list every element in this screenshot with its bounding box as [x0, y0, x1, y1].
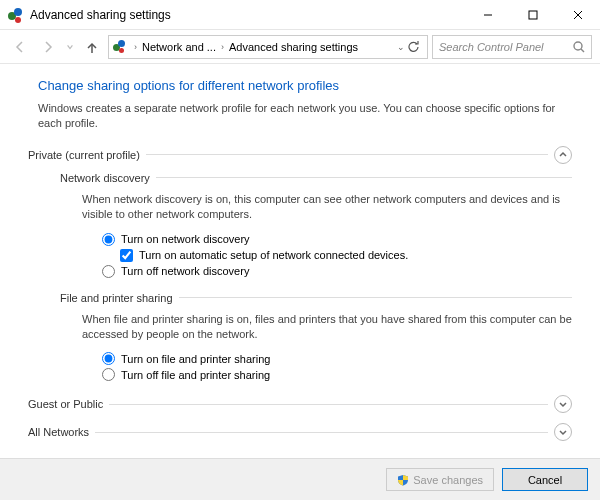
chevron-up-icon[interactable] — [554, 146, 572, 164]
radio-input[interactable] — [102, 352, 115, 365]
maximize-button[interactable] — [510, 0, 555, 30]
navbar: › Network and ... › Advanced sharing set… — [0, 30, 600, 64]
titlebar: Advanced sharing settings — [0, 0, 600, 30]
breadcrumb[interactable]: › Network and ... › Advanced sharing set… — [108, 35, 428, 59]
section-allnetworks-header[interactable]: All Networks — [28, 423, 572, 441]
svg-point-5 — [574, 42, 582, 50]
search-input[interactable]: Search Control Panel — [432, 35, 592, 59]
radio-file-printer-on[interactable]: Turn on file and printer sharing — [102, 352, 572, 365]
search-icon — [573, 41, 585, 53]
save-changes-button[interactable]: Save changes — [386, 468, 494, 491]
checkbox-label: Turn on automatic setup of network conne… — [139, 249, 408, 261]
network-discovery-desc: When network discovery is on, this compu… — [82, 192, 572, 223]
divider — [156, 177, 572, 178]
radio-network-discovery-off[interactable]: Turn off network discovery — [102, 265, 572, 278]
svg-rect-1 — [529, 11, 537, 19]
radio-network-discovery-on[interactable]: Turn on network discovery — [102, 233, 572, 246]
breadcrumb-segment[interactable]: Advanced sharing settings — [227, 41, 360, 53]
chevron-right-icon[interactable]: › — [131, 42, 140, 52]
recent-dropdown[interactable] — [64, 35, 76, 59]
section-private-body: Network discovery When network discovery… — [60, 172, 572, 382]
radio-input[interactable] — [102, 368, 115, 381]
refresh-group: ⌄ — [391, 40, 423, 54]
checkbox-auto-setup[interactable]: Turn on automatic setup of network conne… — [120, 249, 572, 262]
up-button[interactable] — [80, 35, 104, 59]
close-button[interactable] — [555, 0, 600, 30]
cancel-button[interactable]: Cancel — [502, 468, 588, 491]
footer: Save changes Cancel — [0, 458, 600, 500]
section-label: Guest or Public — [28, 398, 103, 410]
radio-label: Turn off file and printer sharing — [121, 369, 270, 381]
checkbox-input[interactable] — [120, 249, 133, 262]
chevron-right-icon[interactable]: › — [218, 42, 227, 52]
radio-label: Turn off network discovery — [121, 265, 249, 277]
divider — [179, 297, 572, 298]
minimize-button[interactable] — [465, 0, 510, 30]
divider — [95, 432, 548, 433]
radio-file-printer-off[interactable]: Turn off file and printer sharing — [102, 368, 572, 381]
back-button[interactable] — [8, 35, 32, 59]
button-label: Cancel — [528, 474, 562, 486]
file-printer-options: Turn on file and printer sharing Turn of… — [102, 352, 572, 381]
section-guest-header[interactable]: Guest or Public — [28, 395, 572, 413]
search-placeholder: Search Control Panel — [439, 41, 569, 53]
section-label: All Networks — [28, 426, 89, 438]
divider — [109, 404, 548, 405]
window-title: Advanced sharing settings — [30, 8, 465, 22]
network-center-icon — [8, 7, 24, 23]
refresh-button[interactable] — [407, 40, 419, 54]
file-printer-desc: When file and printer sharing is on, fil… — [82, 312, 572, 343]
subsection-label: Network discovery — [60, 172, 150, 184]
page-title: Change sharing options for different net… — [38, 78, 572, 93]
breadcrumb-segment[interactable]: Network and ... — [140, 41, 218, 53]
chevron-down-icon[interactable] — [554, 395, 572, 413]
subsection-label: File and printer sharing — [60, 292, 173, 304]
chevron-down-icon[interactable]: ⌄ — [395, 42, 407, 52]
section-label: Private (current profile) — [28, 149, 140, 161]
radio-label: Turn on network discovery — [121, 233, 250, 245]
subsection-file-printer: File and printer sharing — [60, 292, 572, 304]
forward-button[interactable] — [36, 35, 60, 59]
chevron-down-icon[interactable] — [554, 423, 572, 441]
divider — [146, 154, 548, 155]
network-discovery-options: Turn on network discovery Turn on automa… — [102, 233, 572, 278]
section-private-header[interactable]: Private (current profile) — [28, 146, 572, 164]
shield-icon — [397, 474, 409, 486]
content-area: Change sharing options for different net… — [0, 64, 600, 458]
subsection-network-discovery: Network discovery — [60, 172, 572, 184]
radio-label: Turn on file and printer sharing — [121, 353, 270, 365]
radio-input[interactable] — [102, 265, 115, 278]
svg-line-6 — [581, 49, 584, 52]
page-description: Windows creates a separate network profi… — [38, 101, 572, 132]
radio-input[interactable] — [102, 233, 115, 246]
network-center-icon — [113, 39, 129, 55]
window-controls — [465, 0, 600, 30]
button-label: Save changes — [413, 474, 483, 486]
